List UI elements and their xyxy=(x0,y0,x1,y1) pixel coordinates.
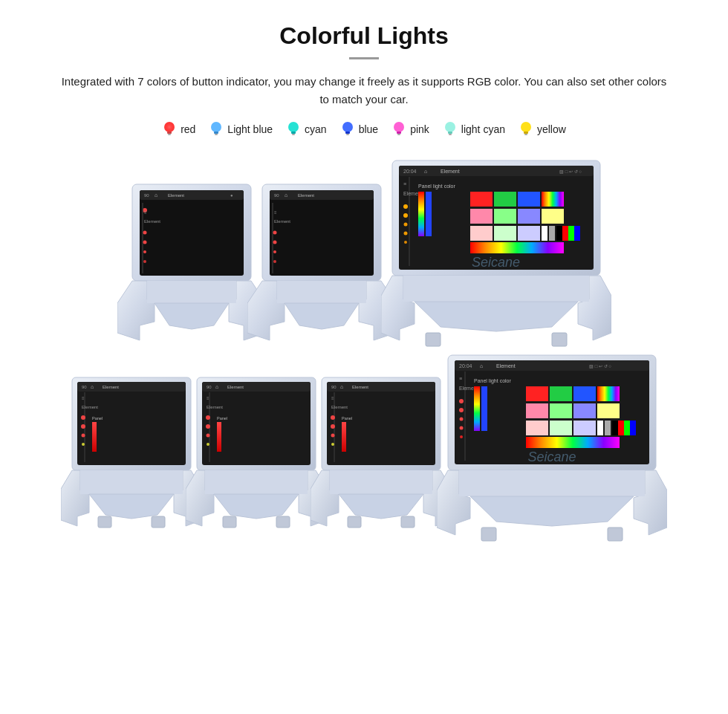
svg-text:≡: ≡ xyxy=(459,376,462,381)
svg-text:●: ● xyxy=(230,193,233,198)
svg-rect-147 xyxy=(455,360,649,371)
page-title: Colorful Lights xyxy=(30,22,698,50)
svg-point-10 xyxy=(342,122,353,132)
pink-bulb-icon xyxy=(391,120,406,138)
svg-rect-70 xyxy=(470,192,493,207)
svg-rect-161 xyxy=(474,386,480,431)
svg-rect-71 xyxy=(494,192,516,207)
svg-rect-74 xyxy=(470,209,493,224)
svg-rect-126 xyxy=(276,516,290,528)
svg-text:⌂: ⌂ xyxy=(424,169,427,174)
description: Integrated with 7 colors of button indic… xyxy=(59,73,669,108)
svg-point-34 xyxy=(143,241,146,244)
svg-rect-174 xyxy=(597,421,603,435)
top-unit-1: 90 ⌂ Element ● ≡ Element xyxy=(117,177,266,351)
svg-text:90: 90 xyxy=(82,385,87,389)
svg-text:⌂: ⌂ xyxy=(285,192,287,198)
svg-text:Panel: Panel xyxy=(92,416,103,421)
svg-rect-168 xyxy=(550,403,572,418)
svg-rect-142 xyxy=(330,470,432,494)
cyan-bulb-icon xyxy=(286,120,301,138)
car-unit-bot-svg-2: 90 ⌂ Element ≡ Element Panel xyxy=(186,371,327,542)
svg-text:Panel light color: Panel light color xyxy=(418,184,455,189)
svg-text:Element: Element xyxy=(227,385,244,389)
svg-rect-37 xyxy=(147,281,236,303)
color-label-lightblue: Light blue xyxy=(227,123,273,135)
svg-point-36 xyxy=(143,260,146,263)
svg-rect-2 xyxy=(168,134,171,135)
svg-point-3 xyxy=(164,122,175,132)
color-label-lightcyan: light cyan xyxy=(461,123,505,135)
svg-rect-81 xyxy=(542,226,547,241)
svg-text:Panel: Panel xyxy=(342,416,352,421)
svg-rect-23 xyxy=(140,190,244,276)
svg-point-62 xyxy=(403,204,408,209)
svg-point-47 xyxy=(273,231,276,235)
svg-rect-178 xyxy=(624,421,630,435)
svg-rect-144 xyxy=(401,516,415,528)
blue-bulb-icon xyxy=(340,120,355,138)
svg-text:Element: Element xyxy=(103,385,119,389)
svg-rect-39 xyxy=(270,190,374,276)
color-item-pink: pink xyxy=(391,120,429,138)
svg-point-101 xyxy=(81,424,85,429)
svg-rect-143 xyxy=(348,516,361,528)
svg-text:20:04: 20:04 xyxy=(459,363,472,369)
svg-rect-72 xyxy=(518,192,540,207)
svg-rect-20 xyxy=(524,132,528,134)
svg-rect-14 xyxy=(397,132,401,134)
svg-rect-179 xyxy=(630,421,636,435)
bot-unit-1: 90 ⌂ Element ≡ Element Panel xyxy=(61,371,202,545)
svg-rect-79 xyxy=(494,226,516,241)
svg-rect-6 xyxy=(215,134,218,135)
car-unit-bot-svg-1: 90 ⌂ Element ≡ Element Panel xyxy=(61,371,202,542)
svg-rect-82 xyxy=(549,226,555,241)
svg-point-66 xyxy=(404,241,407,244)
color-item-yellow: yellow xyxy=(519,120,566,138)
svg-rect-171 xyxy=(526,421,548,435)
svg-point-119 xyxy=(206,424,210,429)
svg-point-35 xyxy=(143,250,146,253)
svg-text:90: 90 xyxy=(274,193,279,198)
svg-rect-11 xyxy=(345,132,350,134)
bot-unit-4: 20:04 ⌂ Element ▨ □ ↩ ↺ ○ ≡ Element Pane… xyxy=(437,349,667,545)
svg-rect-83 xyxy=(556,226,562,241)
top-unit-3: 20:04 ⌂ Element ▨ □ ↩ ↺ ○ ≡ Element Pane… xyxy=(381,155,611,351)
svg-rect-173 xyxy=(573,421,596,435)
red-bulb-icon xyxy=(162,120,177,138)
svg-point-13 xyxy=(394,122,404,132)
svg-text:Element: Element xyxy=(207,405,223,409)
svg-text:20:04: 20:04 xyxy=(403,169,417,174)
svg-rect-108 xyxy=(152,516,165,528)
bot-unit-3: 90 ⌂ Element ≡ Element Panel xyxy=(311,371,452,545)
svg-text:Element: Element xyxy=(331,405,348,409)
svg-rect-167 xyxy=(526,403,548,418)
svg-rect-87 xyxy=(470,242,564,253)
svg-point-64 xyxy=(403,223,407,227)
svg-rect-18 xyxy=(449,134,452,135)
svg-rect-84 xyxy=(562,226,568,241)
svg-rect-182 xyxy=(481,528,496,541)
car-unit-svg-2: 90 ⌂ Element ≡ Element xyxy=(247,177,396,348)
svg-point-33 xyxy=(143,231,146,235)
svg-text:Element: Element xyxy=(144,219,160,224)
svg-point-65 xyxy=(403,232,407,236)
svg-rect-17 xyxy=(448,132,452,134)
lightblue-bulb-icon xyxy=(209,120,224,138)
svg-rect-162 xyxy=(481,386,487,431)
svg-text:Panel: Panel xyxy=(217,416,227,421)
svg-text:Element: Element xyxy=(496,363,516,369)
svg-rect-86 xyxy=(574,226,580,241)
svg-rect-75 xyxy=(494,209,516,224)
svg-rect-176 xyxy=(612,421,618,435)
svg-rect-80 xyxy=(518,226,540,241)
svg-text:≡: ≡ xyxy=(403,181,406,186)
top-row: 90 ⌂ Element ● ≡ Element xyxy=(30,155,698,351)
top-unit-2: 90 ⌂ Element ≡ Element xyxy=(247,177,396,351)
svg-text:⌂: ⌂ xyxy=(340,384,343,389)
car-unit-bot-svg-4: 20:04 ⌂ Element ▨ □ ↩ ↺ ○ ≡ Element Pane… xyxy=(437,349,667,542)
svg-text:⌂: ⌂ xyxy=(480,363,483,369)
svg-rect-165 xyxy=(573,386,596,401)
svg-text:≡: ≡ xyxy=(144,210,147,215)
svg-point-159 xyxy=(460,435,463,438)
